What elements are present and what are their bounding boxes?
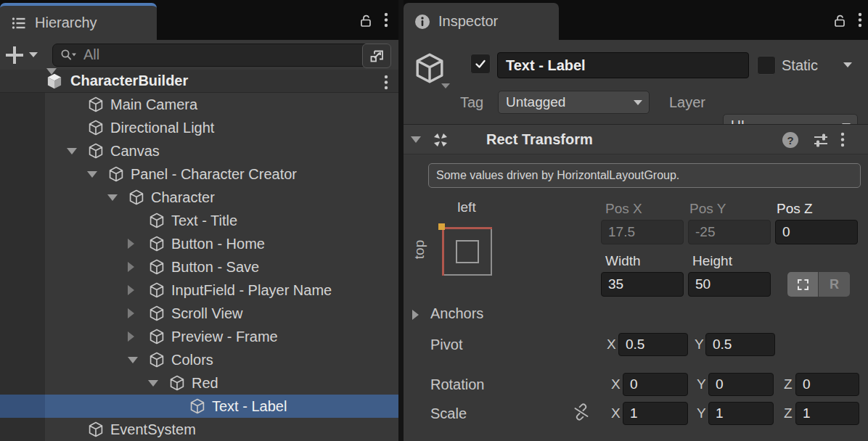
tree-item[interactable]: Main Camera (0, 93, 398, 116)
scale-x-axis-label: X (611, 405, 621, 421)
pivot-y-field[interactable]: 0.5 (705, 333, 775, 356)
tree-item[interactable]: Red (0, 371, 398, 395)
gameobject-cube-icon (189, 397, 206, 415)
gameobject-header-cube-icon[interactable] (412, 51, 447, 86)
blueprint-icon (798, 279, 808, 290)
tree-item[interactable]: Character (0, 186, 398, 209)
scale-x-field[interactable]: 1 (623, 402, 688, 425)
static-checkbox[interactable] (757, 56, 776, 75)
pos-z-field[interactable]: 0 (775, 220, 858, 244)
search-placeholder: All (83, 46, 99, 63)
anchors-foldout-closed-icon[interactable] (412, 310, 419, 320)
gameobject-icon-caret[interactable] (441, 83, 450, 88)
layer-label: Layer (669, 94, 705, 111)
rotation-x-field[interactable]: 0 (623, 373, 688, 396)
scale-z-field[interactable]: 1 (795, 402, 859, 425)
gameobject-cube-icon (87, 119, 105, 136)
search-icon[interactable] (59, 46, 78, 64)
lock-icon[interactable] (358, 12, 374, 28)
svg-text:?: ? (787, 134, 793, 147)
static-dropdown-caret-icon[interactable] (843, 62, 852, 67)
tree-item-label: Colors (171, 352, 213, 368)
gameobject-cube-icon (148, 212, 165, 229)
hierarchy-search-input[interactable]: All (52, 44, 391, 67)
tree-item-label: Preview - Frame (171, 329, 278, 345)
gameobject-cube-icon (148, 328, 165, 345)
tree-item[interactable]: Button - Save (0, 255, 398, 279)
component-kebab-icon[interactable] (840, 132, 845, 147)
presets-icon[interactable] (811, 131, 830, 149)
expander-open-icon[interactable] (128, 357, 138, 363)
expander-closed-icon[interactable] (128, 331, 134, 342)
gameobject-name-field[interactable]: Text - Label (497, 52, 749, 78)
expander-closed-icon[interactable] (128, 285, 134, 295)
expander-open-icon[interactable] (87, 171, 97, 178)
expander-open-icon[interactable] (107, 194, 118, 201)
pos-y-field[interactable]: -25 (688, 220, 771, 244)
tab-hierarchy[interactable]: Hierarchy (0, 3, 157, 40)
tree-item[interactable]: Panel - Character Creator (0, 162, 398, 186)
rotation-x-axis-label: X (611, 376, 621, 392)
help-icon[interactable]: ? (781, 131, 800, 149)
raw-edit-mode-button[interactable]: R (819, 272, 850, 297)
rotation-z-field[interactable]: 0 (795, 373, 859, 396)
open-search-window-button[interactable] (362, 44, 391, 68)
static-label: Static (782, 57, 818, 74)
create-dropdown-caret-icon[interactable] (29, 52, 38, 57)
pos-z-label: Pos Z (777, 201, 813, 217)
unlink-scale-icon[interactable] (572, 403, 591, 421)
scale-z-axis-label: Z (784, 405, 793, 421)
pos-y-label: Pos Y (689, 201, 726, 217)
rotation-y-field[interactable]: 0 (708, 373, 774, 396)
expander-closed-icon[interactable] (128, 239, 134, 249)
check-icon (474, 57, 487, 70)
anchor-top-line (442, 227, 492, 229)
pos-x-field[interactable]: 17.5 (601, 220, 684, 244)
kebab-menu-icon[interactable] (858, 12, 862, 28)
create-plus-button[interactable] (6, 46, 23, 64)
tree-item[interactable]: Canvas (0, 139, 398, 162)
tree-item-selected[interactable]: Text - Label (0, 395, 398, 418)
tree-item-label: Panel - Character Creator (131, 166, 297, 183)
scene-kebab-icon[interactable] (384, 75, 388, 90)
tag-dropdown[interactable]: Untagged (498, 91, 650, 114)
pivot-x-field[interactable]: 0.5 (618, 333, 688, 356)
scene-row-characterbuilder[interactable]: CharacterBuilder (0, 70, 398, 93)
lock-icon[interactable] (832, 12, 848, 28)
scale-y-field[interactable]: 1 (708, 402, 774, 425)
kebab-menu-icon[interactable] (384, 12, 388, 28)
tree-item[interactable]: InputField - Player Name (0, 279, 398, 302)
tree-item-label: Button - Home (171, 236, 265, 252)
gameobject-cube-icon (168, 374, 186, 392)
tree-item[interactable]: Directional Light (0, 116, 398, 139)
pivot-y-axis-label: Y (695, 337, 704, 353)
tree-item-label: Canvas (110, 143, 160, 160)
tab-inspector[interactable]: Inspector (404, 3, 559, 40)
rect-transform-header[interactable]: Rect Transform ? (404, 124, 868, 154)
expander-open-icon[interactable] (67, 148, 77, 154)
pivot-label: Pivot (430, 337, 462, 353)
inspector-body: Text - Label Static Tag Untagged Layer U… (404, 40, 868, 441)
tree-item[interactable]: Text - Title (0, 209, 398, 232)
pos-x-label: Pos X (605, 201, 642, 217)
tree-item[interactable]: EventSystem (0, 418, 398, 441)
rotation-y-axis-label: Y (697, 376, 706, 392)
height-field[interactable]: 50 (688, 272, 771, 297)
anchor-handle-dot (438, 223, 445, 230)
component-foldout-open-icon[interactable] (411, 136, 421, 143)
panel-divider[interactable] (398, 0, 404, 441)
tree-item[interactable]: Colors (0, 348, 398, 371)
gameobject-cube-icon (148, 351, 165, 368)
gameobject-cube-icon (148, 258, 165, 276)
expander-open-icon[interactable] (148, 380, 158, 387)
tree-item[interactable]: Button - Home (0, 232, 398, 255)
expander-closed-icon[interactable] (128, 262, 134, 272)
expander-open-icon[interactable] (46, 68, 57, 87)
expander-closed-icon[interactable] (128, 308, 134, 318)
width-field[interactable]: 35 (601, 272, 684, 297)
height-label: Height (692, 253, 732, 269)
tree-item[interactable]: Scroll View (0, 302, 398, 325)
active-checkbox[interactable] (470, 54, 491, 74)
tree-item[interactable]: Preview - Frame (0, 325, 398, 348)
blueprint-mode-button[interactable] (787, 272, 819, 297)
